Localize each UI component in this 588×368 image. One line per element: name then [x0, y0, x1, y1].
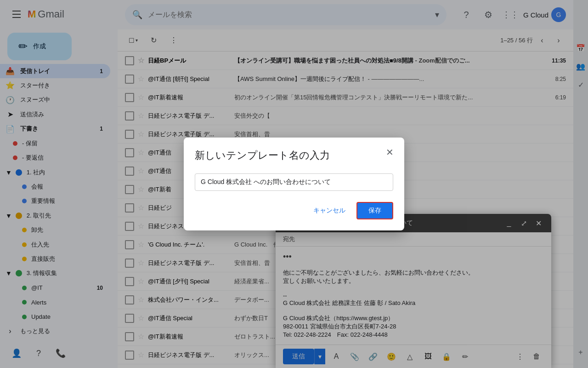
cancel-button[interactable]: キャンセル: [306, 202, 353, 219]
dialog-buttons: キャンセル 保存: [195, 202, 393, 219]
dialog-title: 新しいテンプレート名の入力: [195, 149, 393, 162]
modal-overlay: 新しいテンプレート名の入力 ✕ キャンセル 保存: [0, 0, 588, 368]
dialog: 新しいテンプレート名の入力 ✕ キャンセル 保存: [184, 138, 404, 230]
save-button[interactable]: 保存: [356, 202, 393, 219]
dialog-close-button[interactable]: ✕: [382, 145, 397, 160]
template-name-input[interactable]: [195, 173, 393, 191]
